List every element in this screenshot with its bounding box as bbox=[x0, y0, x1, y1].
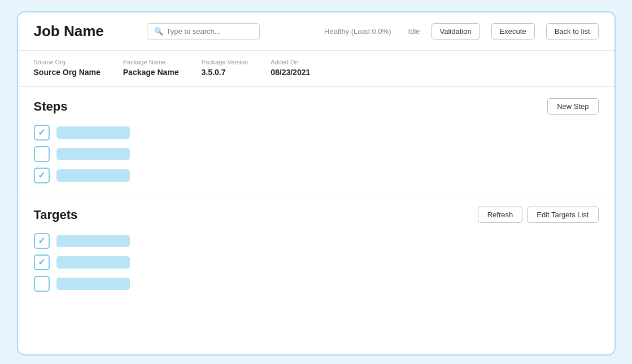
targets-actions: Refresh Edit Targets List bbox=[478, 207, 599, 223]
step-checkbox-0[interactable]: ✓ bbox=[34, 125, 50, 141]
steps-section: Steps New Step ✓ ✓ bbox=[18, 87, 614, 195]
steps-list: ✓ ✓ bbox=[34, 125, 599, 183]
step-bar-1 bbox=[56, 148, 130, 160]
search-icon: 🔍 bbox=[154, 27, 163, 36]
step-bar-0 bbox=[56, 126, 130, 139]
package-name-value: Package Name bbox=[123, 68, 179, 77]
edit-targets-button[interactable]: Edit Targets List bbox=[527, 207, 598, 223]
package-name-label: Package Name bbox=[123, 59, 179, 65]
targets-header: Targets Refresh Edit Targets List bbox=[34, 207, 599, 223]
table-row bbox=[34, 146, 599, 162]
table-row: ✓ bbox=[34, 168, 599, 183]
validation-button[interactable]: Validation bbox=[431, 23, 480, 40]
checkmark-icon: ✓ bbox=[38, 128, 45, 137]
steps-title: Steps bbox=[34, 99, 68, 114]
idle-status: Idle bbox=[408, 27, 420, 36]
target-checkbox-2[interactable] bbox=[34, 276, 50, 292]
checkmark-icon: ✓ bbox=[38, 171, 45, 180]
source-org-label: Source Org bbox=[34, 59, 101, 65]
source-org-value: Source Org Name bbox=[34, 68, 101, 77]
back-to-list-button[interactable]: Back to list bbox=[546, 23, 599, 40]
table-row: ✓ bbox=[34, 233, 599, 249]
target-bar-1 bbox=[56, 256, 130, 269]
meta-package-version: Package Version 3.5.0.7 bbox=[202, 59, 249, 77]
main-container: Job Name 🔍 Healthy (Load 0.0%) Idle Vali… bbox=[17, 11, 616, 356]
package-version-value: 3.5.0.7 bbox=[202, 68, 226, 77]
target-bar-2 bbox=[56, 278, 130, 290]
checkmark-icon: ✓ bbox=[38, 258, 45, 267]
table-row bbox=[34, 276, 599, 292]
targets-section: Targets Refresh Edit Targets List ✓ ✓ bbox=[18, 195, 614, 303]
step-checkbox-1[interactable] bbox=[34, 146, 50, 162]
table-row: ✓ bbox=[34, 255, 599, 270]
meta-row: Source Org Source Org Name Package Name … bbox=[18, 51, 614, 87]
refresh-button[interactable]: Refresh bbox=[478, 207, 523, 223]
execute-button[interactable]: Execute bbox=[491, 23, 535, 40]
meta-package-name: Package Name Package Name bbox=[123, 59, 179, 77]
targets-list: ✓ ✓ bbox=[34, 233, 599, 292]
target-checkbox-0[interactable]: ✓ bbox=[34, 233, 50, 249]
package-version-label: Package Version bbox=[202, 59, 249, 65]
added-on-label: Added On bbox=[271, 59, 310, 65]
target-bar-0 bbox=[56, 235, 130, 247]
step-bar-2 bbox=[56, 169, 130, 182]
search-box: 🔍 bbox=[147, 23, 260, 40]
header: Job Name 🔍 Healthy (Load 0.0%) Idle Vali… bbox=[18, 12, 614, 51]
search-input[interactable] bbox=[167, 27, 251, 36]
steps-actions: New Step bbox=[547, 98, 598, 115]
job-title: Job Name bbox=[34, 23, 136, 40]
step-checkbox-2[interactable]: ✓ bbox=[34, 168, 50, 183]
meta-source-org: Source Org Source Org Name bbox=[34, 59, 101, 77]
added-on-value: 08/23/2021 bbox=[271, 68, 310, 77]
checkmark-icon: ✓ bbox=[38, 236, 45, 245]
meta-added-on: Added On 08/23/2021 bbox=[271, 59, 310, 77]
table-row: ✓ bbox=[34, 125, 599, 141]
steps-header: Steps New Step bbox=[34, 98, 599, 115]
new-step-button[interactable]: New Step bbox=[547, 98, 598, 115]
target-checkbox-1[interactable]: ✓ bbox=[34, 255, 50, 270]
health-status: Healthy (Load 0.0%) bbox=[324, 27, 391, 36]
targets-title: Targets bbox=[34, 208, 78, 222]
